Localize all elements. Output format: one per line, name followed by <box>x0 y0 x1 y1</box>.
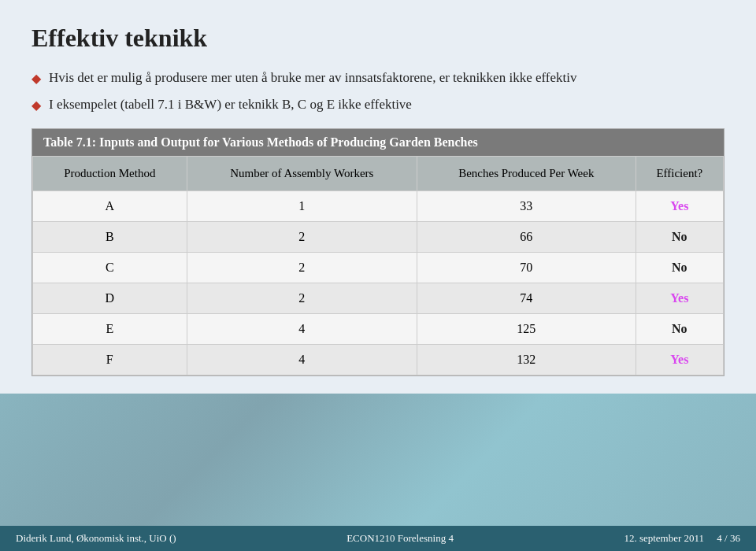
cell-benches: 33 <box>417 191 636 222</box>
table-row: C270No <box>33 253 724 283</box>
table-row: A133Yes <box>33 191 724 222</box>
cell-benches: 66 <box>417 222 636 253</box>
cell-efficient: Yes <box>636 345 723 375</box>
cell-efficient: No <box>636 253 723 283</box>
page-title: Effektiv teknikk <box>32 24 724 53</box>
cell-workers: 2 <box>187 222 417 253</box>
data-table: Production Method Number of Assembly Wor… <box>32 156 724 376</box>
cell-efficient: No <box>636 314 723 345</box>
cell-workers: 4 <box>187 314 417 345</box>
footer-right: 12. september 2011 4 / 36 <box>624 532 740 545</box>
table-row: E4125No <box>33 314 724 345</box>
bullet-item-2: ◆ I eksempelet (tabell 7.1 i B&W) er tek… <box>32 95 724 114</box>
bullet-section: ◆ Hvis det er mulig å produsere mer uten… <box>32 68 724 114</box>
col-header-method: Production Method <box>33 156 187 191</box>
col-header-efficient: Efficient? <box>636 156 723 191</box>
cell-method: E <box>33 314 187 345</box>
table-row: D274Yes <box>33 283 724 314</box>
cell-benches: 74 <box>417 283 636 314</box>
cell-efficient: No <box>636 222 723 253</box>
cell-workers: 4 <box>187 345 417 375</box>
cell-benches: 125 <box>417 314 636 345</box>
table-header-row: Production Method Number of Assembly Wor… <box>33 156 724 191</box>
bullet-text-2: I eksempelet (tabell 7.1 i B&W) er tekni… <box>49 95 412 114</box>
cell-efficient: Yes <box>636 191 723 222</box>
main-content: Effektiv teknikk ◆ Hvis det er mulig å p… <box>0 0 756 384</box>
bullet-diamond-2: ◆ <box>32 98 41 113</box>
col-header-workers: Number of Assembly Workers <box>187 156 417 191</box>
cell-method: F <box>33 345 187 375</box>
cell-benches: 132 <box>417 345 636 375</box>
cell-workers: 1 <box>187 191 417 222</box>
table-title-bar: Table 7.1: Inputs and Output for Various… <box>32 129 724 156</box>
bullet-diamond-1: ◆ <box>32 71 41 86</box>
bullet-item-1: ◆ Hvis det er mulig å produsere mer uten… <box>32 68 724 87</box>
bullet-text-1: Hvis det er mulig å produsere mer uten å… <box>49 68 576 87</box>
cell-efficient: Yes <box>636 283 723 314</box>
footer-center: ECON1210 Forelesning 4 <box>346 532 454 545</box>
cell-workers: 2 <box>187 253 417 283</box>
table-row: B266No <box>33 222 724 253</box>
cell-benches: 70 <box>417 253 636 283</box>
cell-workers: 2 <box>187 283 417 314</box>
cell-method: A <box>33 191 187 222</box>
table-row: F4132Yes <box>33 345 724 375</box>
footer-left: Diderik Lund, Økonomisk inst., UiO () <box>16 532 176 545</box>
footer: Diderik Lund, Økonomisk inst., UiO () EC… <box>0 526 756 551</box>
col-header-benches: Benches Produced Per Week <box>417 156 636 191</box>
cell-method: B <box>33 222 187 253</box>
cell-method: C <box>33 253 187 283</box>
table-section: Table 7.1: Inputs and Output for Various… <box>32 128 724 377</box>
cell-method: D <box>33 283 187 314</box>
